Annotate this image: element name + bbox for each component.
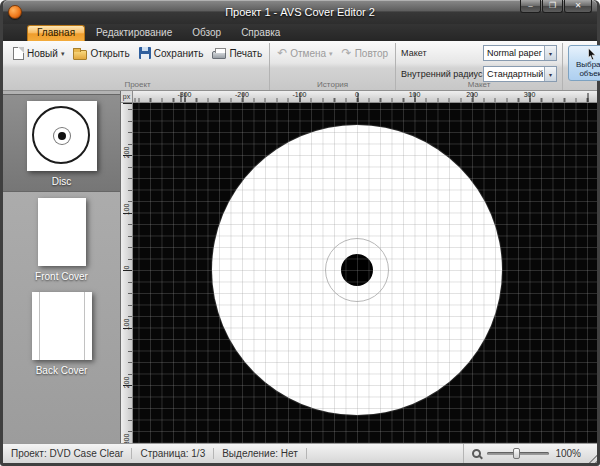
inner-radius-field-label: Внутренний радиус (401, 69, 479, 79)
new-button[interactable]: Новый ▾ (11, 45, 66, 62)
app-window: Проект 1 - AVS Cover Editor 2 – ❐ ✕ Глав… (0, 0, 600, 466)
open-button[interactable]: Открыть (71, 45, 131, 62)
ribbon-tabstrip: Главная Редактирование Обзор Справка (3, 24, 597, 41)
redo-arrow-icon: ↷ (342, 47, 352, 59)
window-controls: – ❐ ✕ (520, 0, 592, 13)
printer-icon (212, 51, 226, 59)
ribbon-group-history: ↶ Отмена ▾ ↷ Повтор История (270, 43, 396, 90)
back-cover-thumbnail (32, 292, 92, 360)
sidebar-item-label: Front Cover (3, 271, 120, 282)
tab-edit[interactable]: Редактирование (87, 25, 181, 41)
magnifier-icon (472, 449, 481, 458)
group-label-tools: Главные инструменты (563, 80, 600, 89)
status-page: Страница: 1/3 (132, 448, 214, 459)
statusbar: Проект: DVD Case Clear Страница: 1/3 Выд… (3, 443, 597, 463)
zoom-controls: 100% (463, 444, 597, 463)
maximize-button[interactable]: ❐ (542, 0, 563, 13)
chevron-down-icon[interactable]: ▾ (544, 46, 556, 60)
sidebar-item-back-cover[interactable]: Back Cover (3, 286, 120, 380)
zoom-level: 100% (555, 448, 581, 459)
paper-layout-select[interactable]: Normal paper ▾ (483, 45, 557, 61)
chevron-down-icon: ▾ (329, 50, 333, 57)
select-object-button[interactable]: Выбрать объект (568, 45, 600, 81)
layout-field-label: Макет (401, 48, 479, 58)
horizontal-ruler: -300 -200 -100 0 100 200 300 (133, 91, 597, 103)
ribbon-group-project: Новый ▾ Открыть Сохранить Печать Проект (6, 43, 270, 90)
ruler-unit: px (121, 91, 133, 103)
status-project: Проект: DVD Case Clear (3, 448, 132, 459)
new-document-icon (13, 47, 24, 60)
main-area: Disc Front Cover Back Cover px -300 -200… (3, 91, 597, 443)
tab-home[interactable]: Главная (27, 25, 85, 41)
front-cover-thumbnail (38, 198, 86, 266)
chevron-down-icon: ▾ (61, 50, 65, 57)
status-selection: Выделение: Нет (214, 448, 307, 459)
group-label-history: История (270, 80, 395, 89)
minimize-button[interactable]: – (520, 0, 541, 13)
vertical-ruler: 300 200 100 0 100 200 300 (121, 103, 133, 443)
tab-view[interactable]: Обзор (183, 25, 230, 41)
group-label-project: Проект (6, 80, 269, 89)
undo-button[interactable]: ↶ Отмена ▾ (275, 45, 334, 61)
sidebar-item-front-cover[interactable]: Front Cover (3, 192, 120, 286)
close-button[interactable]: ✕ (564, 0, 592, 13)
ribbon: Новый ▾ Открыть Сохранить Печать Проект (3, 41, 597, 91)
sidebar-item-label: Back Cover (3, 365, 120, 376)
chevron-down-icon[interactable]: ▾ (544, 67, 556, 81)
titlebar: Проект 1 - AVS Cover Editor 2 – ❐ ✕ (3, 0, 597, 24)
print-button[interactable]: Печать (210, 45, 264, 61)
zoom-slider-handle[interactable] (513, 448, 520, 459)
sidebar-item-disc[interactable]: Disc (3, 94, 120, 192)
disc-thumbnail (27, 101, 97, 171)
save-disk-icon (139, 47, 151, 59)
tab-help[interactable]: Справка (232, 25, 289, 41)
disc-center-hole (341, 254, 373, 286)
save-button[interactable]: Сохранить (137, 45, 206, 61)
redo-button[interactable]: ↷ Повтор (340, 45, 391, 61)
ribbon-group-layout: Макет Normal paper ▾ Внутренний радиус С… (396, 43, 563, 90)
pages-sidebar: Disc Front Cover Back Cover (3, 91, 121, 443)
open-folder-icon (73, 50, 87, 60)
design-canvas[interactable] (133, 103, 597, 443)
cursor-arrow-icon (585, 47, 599, 61)
zoom-slider[interactable] (487, 452, 549, 455)
ribbon-group-tools: Выбрать объект A Добавить текст A Добави… (563, 43, 600, 90)
group-label-layout: Макет (396, 80, 562, 89)
sidebar-item-label: Disc (3, 176, 120, 187)
undo-arrow-icon: ↶ (277, 47, 287, 59)
window-title: Проект 1 - AVS Cover Editor 2 (3, 6, 597, 18)
canvas-container: px -300 -200 -100 0 100 200 300 300 200 … (121, 91, 597, 443)
